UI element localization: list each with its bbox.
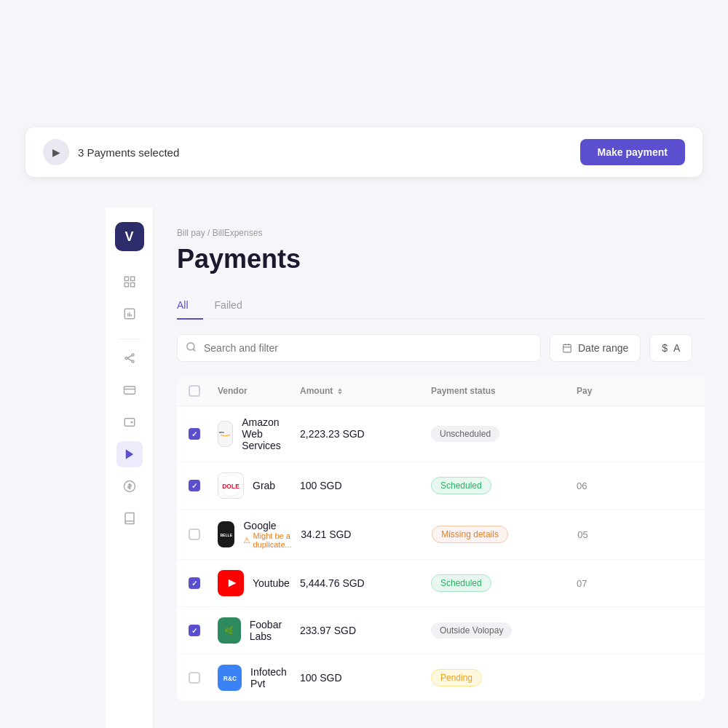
search-input[interactable] xyxy=(177,334,541,362)
checkbox-header xyxy=(189,385,218,397)
status-badge-4: Scheduled xyxy=(431,574,491,592)
selection-info: ▶ 3 Payments selected xyxy=(43,139,179,165)
svg-point-6 xyxy=(132,354,134,356)
vendor-cell-1: aws Amazon Web Services xyxy=(218,416,300,451)
table-row: BELLE Google ⚠ Might be a duplicate... 3… xyxy=(177,510,705,560)
vendor-name-4: Youtube xyxy=(253,577,290,589)
warning-text: Might be a duplicate... xyxy=(253,531,301,549)
vendor-logo-3: BELLE xyxy=(218,521,234,547)
pay-date-2: 06 xyxy=(577,480,693,491)
amount-5: 233.97 SGD xyxy=(300,625,431,636)
vendor-info-2: Grab xyxy=(253,480,275,491)
amount-1: 2,223.23 SGD xyxy=(300,428,431,440)
vendor-cell-5: 🌿 Foobar Labs xyxy=(218,617,300,644)
amount-header: Amount xyxy=(300,386,431,396)
svg-point-12 xyxy=(131,422,132,423)
vendor-cell-3: BELLE Google ⚠ Might be a duplicate... xyxy=(218,520,301,549)
svg-line-9 xyxy=(127,358,132,361)
status-1: Unscheduled xyxy=(431,426,577,442)
svg-line-8 xyxy=(127,355,132,358)
status-header: Payment status xyxy=(431,386,577,396)
vendor-name-5: Foobar Labs xyxy=(250,619,300,642)
make-payment-button[interactable]: Make payment xyxy=(580,139,685,165)
date-range-label: Date range xyxy=(578,342,628,354)
payments-table: Vendor Amount Payment status Pay aws xyxy=(177,376,705,702)
selection-icon: ▶ xyxy=(43,139,69,165)
status-badge-3: Missing details xyxy=(432,526,508,543)
row-checkbox-5[interactable] xyxy=(189,625,218,636)
status-3: Missing details xyxy=(432,526,577,543)
table-header: Vendor Amount Payment status Pay xyxy=(177,376,705,406)
tab-failed[interactable]: Failed xyxy=(215,292,257,320)
date-range-button[interactable]: Date range xyxy=(550,334,641,362)
pay-date-4: 07 xyxy=(577,578,693,589)
checkbox-2[interactable] xyxy=(189,480,200,491)
vendor-logo-4 xyxy=(218,570,244,596)
tab-all[interactable]: All xyxy=(177,292,203,320)
svg-line-16 xyxy=(193,349,195,351)
table-row: DOLE Grab 100 SGD Scheduled 06 xyxy=(177,462,705,510)
vendor-info-1: Amazon Web Services xyxy=(242,416,300,451)
filter-bar: Date range $ A xyxy=(177,334,705,362)
sidebar-logo[interactable]: V xyxy=(115,222,144,251)
table-row: Youtube 5,444.76 SGD Scheduled 07 xyxy=(177,560,705,607)
vendor-cell-2: DOLE Grab xyxy=(218,472,300,499)
sidebar-item-currency[interactable] xyxy=(116,473,143,499)
vendor-logo-2: DOLE xyxy=(218,472,244,499)
select-all-checkbox[interactable] xyxy=(189,385,200,397)
svg-rect-2 xyxy=(124,283,128,287)
row-checkbox-1[interactable] xyxy=(189,428,218,440)
checkbox-3[interactable] xyxy=(189,529,200,540)
table-row: 🌿 Foobar Labs 233.97 SGD Outside Volopay xyxy=(177,607,705,654)
sidebar-divider xyxy=(119,339,141,339)
selection-bar: ▶ 3 Payments selected Make payment xyxy=(25,127,703,177)
sidebar-item-split[interactable] xyxy=(116,345,143,371)
row-checkbox-4[interactable] xyxy=(189,577,218,589)
vendor-info-5: Foobar Labs xyxy=(250,619,300,642)
vendor-logo-1: aws xyxy=(218,421,233,447)
selected-count-text: 3 Payments selected xyxy=(78,146,179,159)
pay-date-3: 05 xyxy=(577,529,694,540)
currency-icon: $ xyxy=(662,342,668,354)
status-badge-1: Unscheduled xyxy=(431,426,499,442)
table-row: R&C Infotech Pvt 100 SGD Pending xyxy=(177,654,705,702)
checkbox-1[interactable] xyxy=(189,428,200,440)
amount-4: 5,444.76 SGD xyxy=(300,577,431,589)
page-title: Payments xyxy=(177,244,705,274)
sidebar-item-wallet[interactable] xyxy=(116,409,143,435)
svg-point-7 xyxy=(132,360,134,363)
svg-text:BELLE: BELLE xyxy=(220,533,232,537)
checkbox-5[interactable] xyxy=(189,625,200,636)
sidebar-item-book[interactable] xyxy=(116,505,143,531)
status-2: Scheduled xyxy=(431,477,577,494)
svg-rect-3 xyxy=(130,283,134,287)
amount-2: 100 SGD xyxy=(300,480,431,491)
sidebar-item-analytics[interactable] xyxy=(116,301,143,327)
row-checkbox-3[interactable] xyxy=(189,529,218,540)
tabs-container: All Failed xyxy=(177,292,705,320)
checkbox-6[interactable] xyxy=(189,672,200,684)
vendor-logo-5: 🌿 xyxy=(218,617,241,644)
amount-6: 100 SGD xyxy=(300,672,431,684)
amount-sort-icon[interactable] xyxy=(338,388,342,395)
vendor-logo-6: R&C xyxy=(218,665,242,691)
vendor-info-6: Infotech Pvt xyxy=(250,666,300,689)
svg-point-15 xyxy=(187,343,194,350)
vendor-name-2: Grab xyxy=(253,480,275,491)
sidebar-item-card[interactable] xyxy=(116,377,143,403)
vendor-warning-3: ⚠ Might be a duplicate... xyxy=(243,531,301,549)
pay-header: Pay xyxy=(577,386,693,396)
checkbox-4[interactable] xyxy=(189,577,200,589)
svg-rect-1 xyxy=(130,277,134,280)
vendor-info-4: Youtube xyxy=(253,577,290,589)
row-checkbox-6[interactable] xyxy=(189,672,218,684)
status-badge-5: Outside Volopay xyxy=(431,622,512,638)
svg-text:aws: aws xyxy=(219,431,223,434)
row-checkbox-2[interactable] xyxy=(189,480,218,491)
svg-marker-13 xyxy=(125,449,133,459)
svg-rect-10 xyxy=(124,387,135,395)
sidebar-item-bills[interactable] xyxy=(116,441,143,467)
sidebar-item-dashboard[interactable] xyxy=(116,269,143,295)
vendor-cell-4: Youtube xyxy=(218,570,300,596)
amount-filter-button[interactable]: $ A xyxy=(649,334,692,362)
